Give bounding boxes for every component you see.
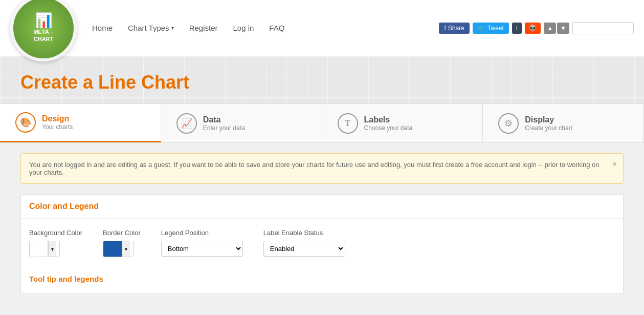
alert-banner: You are not logged in and are editing as… — [20, 153, 624, 184]
logo[interactable]: 📊 META –CHART — [10, 0, 77, 61]
label-status-select[interactable]: Enabled Disabled — [263, 241, 345, 257]
step-labels-title: Labels — [364, 115, 413, 124]
label-status-label: Label Enable Status — [263, 229, 345, 237]
page-title: Create a Line Chart — [20, 72, 624, 93]
display-icon: ⚙ — [498, 113, 519, 134]
social-buttons: f Share 🐦 Tweet t 👽 ▲ ▼ — [439, 22, 634, 34]
step-display-subtitle: Create your chart — [525, 124, 572, 132]
color-legend-panel: Color and Legend Background Color ▾ Bord… — [20, 194, 624, 294]
legend-position-label: Legend Position — [161, 229, 243, 237]
color-legend-title: Color and Legend — [21, 195, 623, 219]
up-arrow-button[interactable]: ▲ — [544, 23, 556, 34]
background-color-group: Background Color ▾ — [29, 229, 82, 257]
border-color-label: Border Color — [103, 229, 141, 237]
twitter-icon: 🐦 — [478, 25, 485, 32]
logo-icon: 📊 — [35, 13, 53, 28]
label-status-group: Label Enable Status Enabled Disabled — [263, 229, 345, 257]
step-labels-subtitle: Choose your data — [364, 124, 413, 132]
step-labels[interactable]: T Labels Choose your data — [322, 104, 483, 142]
design-icon: 🎨 — [15, 112, 36, 133]
reddit-icon: 👽 — [529, 25, 537, 32]
color-form-row: Background Color ▾ Border Color ▾ — [29, 229, 615, 257]
legend-position-group: Legend Position Bottom Top Left Right No… — [161, 229, 243, 257]
background-color-picker[interactable]: ▾ — [29, 241, 60, 257]
border-color-picker[interactable]: ▾ — [103, 241, 134, 257]
reddit-button[interactable]: 👽 — [525, 23, 541, 34]
data-icon: 📈 — [176, 113, 197, 134]
border-color-swatch[interactable] — [103, 241, 122, 257]
nav-faq[interactable]: FAQ — [269, 24, 284, 32]
logo-text: META –CHART — [33, 29, 53, 42]
down-arrow-button[interactable]: ▼ — [557, 23, 569, 34]
background-color-label: Background Color — [29, 229, 82, 237]
background-color-dropdown[interactable]: ▾ — [48, 241, 56, 257]
border-color-group: Border Color ▾ — [103, 229, 141, 257]
alert-close-button[interactable]: × — [612, 160, 617, 169]
step-display-title: Display — [525, 115, 572, 124]
step-design[interactable]: 🎨 Design Your charts — [0, 104, 161, 142]
arrow-buttons: ▲ ▼ — [544, 23, 569, 34]
alert-message: You are not logged in and are editing as… — [29, 161, 599, 176]
facebook-icon: f — [444, 25, 446, 32]
step-display[interactable]: ⚙ Display Create your chart — [483, 104, 644, 142]
header: 📊 META –CHART Home Chart Types ▾ Registe… — [0, 0, 644, 56]
nav-register[interactable]: Register — [189, 24, 218, 32]
step-design-title: Design — [42, 114, 73, 123]
tweet-button[interactable]: 🐦 Tweet — [473, 23, 509, 34]
border-color-dropdown[interactable]: ▾ — [122, 241, 130, 257]
step-data[interactable]: 📈 Data Enter your data — [161, 104, 322, 142]
nav-login[interactable]: Log in — [233, 24, 254, 32]
color-legend-body: Background Color ▾ Border Color ▾ — [21, 219, 623, 267]
hero-section: Create a Line Chart — [0, 56, 644, 103]
share-button[interactable]: f Share — [439, 23, 469, 34]
background-color-swatch[interactable] — [30, 241, 48, 257]
nav-chart-types[interactable]: Chart Types ▾ — [128, 24, 174, 32]
step-data-subtitle: Enter your data — [203, 124, 245, 132]
nav-home[interactable]: Home — [92, 24, 113, 32]
tooltip-section-title: Tool tip and legends — [21, 267, 623, 283]
step-data-title: Data — [203, 115, 245, 124]
search-input[interactable] — [572, 22, 634, 34]
tumblr-button[interactable]: t — [512, 23, 522, 34]
main-content: You are not logged in and are editing as… — [0, 143, 644, 314]
main-nav: Home Chart Types ▾ Register Log in FAQ — [92, 24, 439, 32]
step-design-subtitle: Your charts — [42, 123, 73, 131]
steps-bar: 🎨 Design Your charts 📈 Data Enter your d… — [0, 103, 644, 143]
labels-icon: T — [338, 113, 358, 134]
chevron-down-icon: ▾ — [171, 25, 174, 31]
legend-position-select[interactable]: Bottom Top Left Right None — [161, 241, 243, 257]
